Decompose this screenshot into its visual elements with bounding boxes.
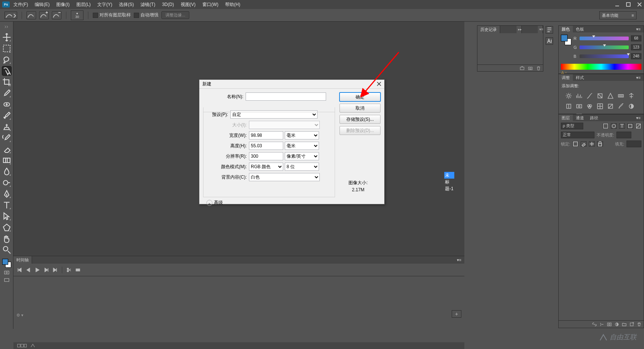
lock-paint-icon[interactable] <box>581 141 587 147</box>
r-value[interactable]: 68 <box>631 35 641 41</box>
lock-pixels-icon[interactable] <box>572 141 578 147</box>
play-icon[interactable] <box>35 268 40 272</box>
fg-bg-color[interactable] <box>2 259 11 268</box>
blur-tool[interactable] <box>2 167 11 176</box>
goto-last-icon[interactable] <box>53 268 57 272</box>
menu-image[interactable]: 图像(I) <box>56 1 69 8</box>
resolution-input[interactable] <box>249 152 283 160</box>
invert-icon[interactable] <box>607 103 614 110</box>
width-unit-select[interactable]: 毫米 <box>285 131 319 139</box>
advanced-toggle[interactable]: ⌄高级 <box>206 199 223 206</box>
auto-enhance-checkbox[interactable]: 自动增强 <box>134 12 158 18</box>
quick-select-tool[interactable] <box>2 66 11 75</box>
next-frame-icon[interactable] <box>44 268 48 272</box>
timeline-mode-icon[interactable] <box>17 344 27 348</box>
link-layers-icon[interactable] <box>592 322 597 327</box>
layers-tab[interactable]: 图层 <box>559 114 573 121</box>
menu-window[interactable]: 窗口(W) <box>202 1 218 8</box>
colorlookup-icon[interactable] <box>597 103 603 110</box>
screen-mode-icon[interactable] <box>3 277 10 283</box>
fill-field[interactable] <box>626 141 641 147</box>
menu-filter[interactable]: 滤镜(T) <box>141 1 155 8</box>
type-tool[interactable] <box>2 201 11 210</box>
layers-menu-icon[interactable]: ▾≡ <box>633 114 644 121</box>
gradient-tool[interactable] <box>2 156 11 165</box>
channels-tab[interactable]: 通道 <box>573 114 587 121</box>
menu-type[interactable]: 文字(Y) <box>97 1 112 8</box>
r-slider[interactable] <box>580 37 629 40</box>
menu-view[interactable]: 视图(V) <box>181 1 196 8</box>
menu-3d[interactable]: 3D(D) <box>162 2 174 7</box>
panel-fg-bg-color[interactable] <box>561 35 571 45</box>
filter-smart-icon[interactable] <box>635 123 641 129</box>
scissors-icon[interactable] <box>67 268 71 272</box>
dialog-close-icon[interactable] <box>376 81 382 87</box>
refine-edge-button[interactable]: 调整边缘... <box>161 11 189 19</box>
goto-first-icon[interactable] <box>17 268 22 272</box>
delete-layer-icon[interactable] <box>637 322 641 327</box>
lock-position-icon[interactable] <box>589 141 595 147</box>
threshold-icon[interactable] <box>628 103 635 110</box>
levels-icon[interactable] <box>576 92 583 99</box>
window-close-icon[interactable] <box>637 2 642 7</box>
marquee-tool[interactable] <box>2 44 11 53</box>
timeline-options-icon[interactable]: ⚙ ▾ <box>16 313 23 318</box>
window-maximize-icon[interactable] <box>626 2 631 7</box>
menu-edit[interactable]: 编辑(E) <box>35 1 50 8</box>
brush-tool[interactable] <box>2 111 11 120</box>
character-panel-icon[interactable] <box>546 37 553 45</box>
styles-tab[interactable]: 样式 <box>573 74 587 81</box>
color-menu-icon[interactable]: ▾≡ <box>633 26 644 32</box>
healing-brush-tool[interactable] <box>2 100 11 109</box>
layer-filter-select[interactable]: ρ 类型 <box>561 123 583 129</box>
opacity-field[interactable] <box>616 132 631 138</box>
cancel-button[interactable]: 取消 <box>340 104 381 113</box>
brush-size-control[interactable]: ●30 <box>71 10 83 20</box>
blend-mode-select[interactable]: 正常 <box>561 132 594 138</box>
channelmixer-icon[interactable] <box>586 103 593 110</box>
adjust-menu-icon[interactable]: ▾≡ <box>633 74 644 81</box>
sample-all-layers-checkbox[interactable]: 对所有图层取样 <box>93 12 131 18</box>
lasso-tool[interactable] <box>2 55 11 64</box>
height-input[interactable] <box>249 142 283 150</box>
posterize-icon[interactable] <box>618 103 624 110</box>
hue-ramp[interactable] <box>561 64 641 70</box>
bw-icon[interactable] <box>565 103 572 110</box>
resolution-unit-select[interactable]: 像素/英寸 <box>285 152 319 160</box>
layer-mask-icon[interactable] <box>607 322 612 327</box>
vibrance-icon[interactable] <box>607 92 614 99</box>
menu-help[interactable]: 帮助(H) <box>225 1 240 8</box>
save-preset-button[interactable]: 存储预设(S)... <box>340 115 381 124</box>
camera-icon[interactable] <box>528 66 533 70</box>
tool-preset-picker[interactable] <box>4 12 17 19</box>
subtract-selection-icon[interactable] <box>52 11 61 19</box>
color-mode-select[interactable]: RGB 颜色 <box>249 163 283 171</box>
add-track-button[interactable]: + <box>452 310 461 318</box>
menu-layer[interactable]: 图层(L) <box>76 1 91 8</box>
adjust-tab[interactable]: 调整 <box>559 74 573 81</box>
eyedropper-tool[interactable] <box>2 89 11 98</box>
preset-select[interactable]: 自定 <box>230 110 318 119</box>
filter-type-icon[interactable] <box>619 123 625 129</box>
path-select-tool[interactable] <box>2 212 11 221</box>
g-value[interactable]: 123 <box>631 44 641 50</box>
clone-stamp-tool[interactable] <box>2 122 11 131</box>
move-tool[interactable] <box>2 33 11 42</box>
background-select[interactable]: 白色 <box>249 173 320 181</box>
paragraph-panel-icon[interactable] <box>546 26 553 34</box>
render-icon[interactable] <box>31 344 35 348</box>
colorbalance-icon[interactable] <box>628 92 635 99</box>
layer-fx-icon[interactable] <box>600 322 604 327</box>
filter-adjust-icon[interactable] <box>611 123 617 129</box>
exposure-icon[interactable] <box>597 92 603 99</box>
paths-tab[interactable]: 路径 <box>587 114 601 121</box>
hue-icon[interactable] <box>618 92 624 99</box>
collapse-toolbox-icon[interactable] <box>0 25 13 29</box>
prev-frame-icon[interactable] <box>26 268 31 272</box>
height-unit-select[interactable]: 毫米 <box>285 142 319 150</box>
quick-mask-icon[interactable] <box>3 270 10 275</box>
menu-file[interactable]: 文件(F) <box>13 1 28 8</box>
transition-icon[interactable] <box>76 268 80 272</box>
new-group-icon[interactable] <box>622 322 626 327</box>
new-layer-icon[interactable] <box>629 322 634 327</box>
